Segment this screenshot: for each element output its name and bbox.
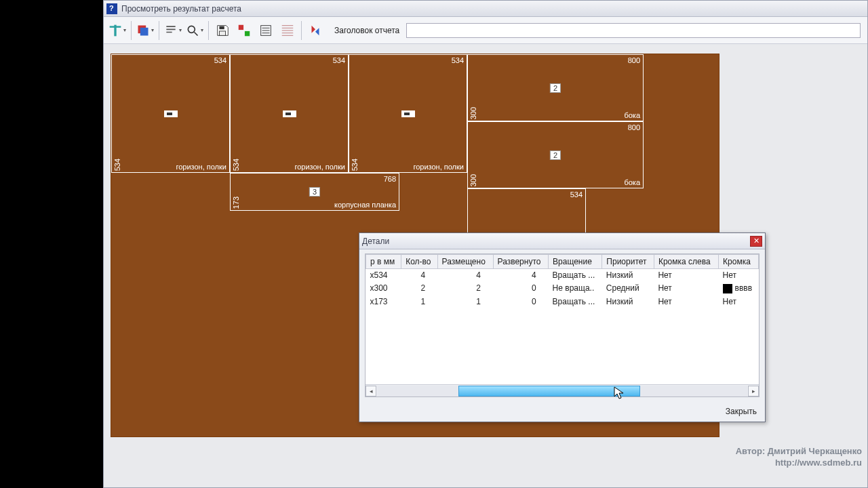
svg-point-4 <box>188 26 195 33</box>
report-title-label: Заголовок отчета <box>334 26 399 35</box>
svg-rect-6 <box>219 26 224 29</box>
cut-piece[interactable]: 534534горизон, полки <box>230 54 349 173</box>
cut-piece[interactable]: 800300бока2 <box>467 121 644 188</box>
scroll-thumb[interactable] <box>458 386 640 396</box>
details-table[interactable]: р в ммКол-воРазмещеноРазвернутоВращениеП… <box>366 254 759 308</box>
column-header[interactable]: Приоритет <box>602 255 654 269</box>
cut-piece[interactable]: 800300бока2 <box>467 54 644 121</box>
svg-rect-3 <box>140 27 149 35</box>
column-header[interactable]: Кол-во <box>401 255 437 269</box>
toolbar: ▾ ▾ ▾ ▾ Заголовок отчета <box>104 17 867 44</box>
table-row[interactable]: x300220Не враща..СреднийНетвввв <box>366 282 759 296</box>
svg-line-5 <box>195 32 198 35</box>
tool-settings-icon[interactable] <box>256 21 275 40</box>
dialog-body: р в ммКол-воРазмещеноРазвернутоВращениеП… <box>365 253 760 397</box>
app-icon <box>106 3 117 14</box>
table-row[interactable]: x173110Вращать ...НизкийНетНет <box>366 295 759 308</box>
tool-save-icon[interactable] <box>213 21 232 40</box>
column-header[interactable]: Вращение <box>549 255 602 269</box>
svg-rect-1 <box>110 26 121 28</box>
author-credit: Автор: Дмитрий Черкащенко http://www.sdm… <box>736 445 862 468</box>
scroll-left-arrow[interactable]: ◂ <box>366 386 376 396</box>
tool-shapes-icon[interactable] <box>235 21 254 40</box>
svg-rect-8 <box>239 24 243 29</box>
column-header[interactable]: Кромка <box>719 255 759 269</box>
close-icon[interactable]: ✕ <box>750 236 762 247</box>
column-header[interactable]: Размещено <box>437 255 493 269</box>
column-header[interactable]: Развернуто <box>493 255 549 269</box>
tool-layers-icon[interactable]: ▾ <box>136 21 155 40</box>
window-title: Просмотреть результат расчета <box>121 4 241 14</box>
dialog-title: Детали <box>362 237 389 246</box>
tool-refresh-icon[interactable] <box>306 21 325 40</box>
report-title-input[interactable] <box>406 23 861 38</box>
details-dialog: Детали ✕ р в ммКол-воРазмещеноРазвернуто… <box>359 232 766 422</box>
close-button[interactable]: Закрыть <box>726 407 757 416</box>
scroll-track[interactable] <box>377 386 747 396</box>
cut-piece[interactable]: 534534горизон, полки <box>349 54 467 173</box>
main-window: Просмотреть результат расчета ▾ ▾ ▾ ▾ <box>103 0 868 488</box>
column-header[interactable]: р в мм <box>366 255 401 269</box>
svg-rect-7 <box>219 30 225 35</box>
column-header[interactable]: Кромка слева <box>654 255 718 269</box>
cut-piece[interactable]: 768173корпусная планка3 <box>230 173 399 211</box>
svg-rect-9 <box>245 30 250 35</box>
tool-list-icon[interactable]: ▾ <box>163 21 182 40</box>
tool-ruler-icon[interactable]: ▾ <box>108 21 127 40</box>
horizontal-scrollbar[interactable]: ◂ ▸ <box>366 384 759 396</box>
scroll-right-arrow[interactable]: ▸ <box>748 386 759 396</box>
tool-zoom-icon[interactable]: ▾ <box>185 21 204 40</box>
cut-piece[interactable]: 534534горизон, полки <box>111 54 230 173</box>
table-row[interactable]: x534444Вращать ...НизкийНетНет <box>366 269 759 282</box>
dialog-titlebar[interactable]: Детали ✕ <box>359 233 765 249</box>
titlebar: Просмотреть результат расчета <box>104 1 867 17</box>
tool-grid-icon[interactable] <box>278 21 297 40</box>
